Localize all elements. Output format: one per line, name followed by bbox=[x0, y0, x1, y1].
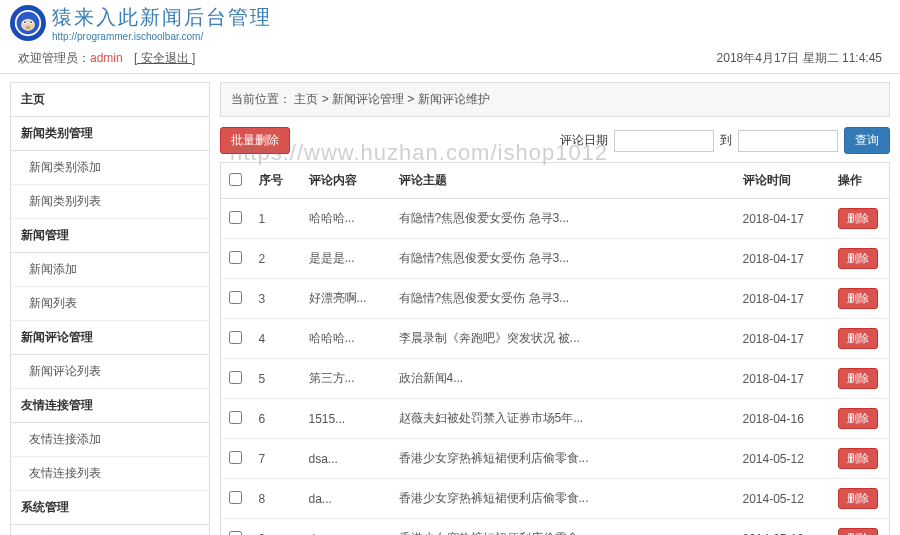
th-op: 操作 bbox=[830, 163, 890, 199]
cell-topic: 有隐情?焦恩俊爱女受伤 急寻3... bbox=[391, 199, 735, 239]
delete-button[interactable]: 删除 bbox=[838, 328, 878, 349]
delete-button[interactable]: 删除 bbox=[838, 528, 878, 535]
cell-seq: 3 bbox=[251, 279, 301, 319]
cell-time: 2014-05-12 bbox=[735, 519, 830, 536]
row-checkbox[interactable] bbox=[229, 491, 242, 504]
cell-time: 2014-05-12 bbox=[735, 439, 830, 479]
site-url: http://programmer.ischoolbar.com/ bbox=[52, 31, 272, 42]
sidebar-group-title[interactable]: 新闻类别管理 bbox=[11, 117, 209, 151]
sidebar-item[interactable]: 友情连接添加 bbox=[11, 423, 209, 457]
cell-content: 哈哈哈... bbox=[301, 319, 391, 359]
logout-link[interactable]: [ 安全退出 ] bbox=[134, 51, 195, 65]
sidebar-item[interactable]: 新闻列表 bbox=[11, 287, 209, 321]
sidebar-item[interactable]: 友情连接列表 bbox=[11, 457, 209, 491]
th-seq: 序号 bbox=[251, 163, 301, 199]
cell-time: 2018-04-17 bbox=[735, 319, 830, 359]
content: 当前位置： 主页 > 新闻评论管理 > 新闻评论维护 批量删除 评论日期 到 查… bbox=[220, 82, 890, 535]
table-row: 8da...香港少女穿热裤短裙便利店偷零食...2014-05-12删除 bbox=[221, 479, 890, 519]
header: 猿来入此新闻后台管理 http://programmer.ischoolbar.… bbox=[0, 0, 900, 46]
cell-seq: 2 bbox=[251, 239, 301, 279]
breadcrumb-link[interactable]: 主页 bbox=[294, 92, 318, 106]
svg-point-7 bbox=[25, 26, 30, 30]
sidebar-group-title[interactable]: 新闻管理 bbox=[11, 219, 209, 253]
delete-button[interactable]: 删除 bbox=[838, 488, 878, 509]
cell-content: da... bbox=[301, 479, 391, 519]
cell-content: 是是是... bbox=[301, 239, 391, 279]
table-row: 2是是是...有隐情?焦恩俊爱女受伤 急寻3...2018-04-17删除 bbox=[221, 239, 890, 279]
cell-time: 2018-04-17 bbox=[735, 279, 830, 319]
row-checkbox[interactable] bbox=[229, 531, 242, 536]
date-to-label: 到 bbox=[720, 132, 732, 149]
row-checkbox[interactable] bbox=[229, 451, 242, 464]
cell-topic: 香港少女穿热裤短裙便利店偷零食... bbox=[391, 439, 735, 479]
sidebar-group-title[interactable]: 主页 bbox=[11, 83, 209, 117]
row-checkbox[interactable] bbox=[229, 371, 242, 384]
cell-topic: 有隐情?焦恩俊爱女受伤 急寻3... bbox=[391, 279, 735, 319]
table-row: 1哈哈哈...有隐情?焦恩俊爱女受伤 急寻3...2018-04-17删除 bbox=[221, 199, 890, 239]
cell-time: 2018-04-16 bbox=[735, 399, 830, 439]
row-checkbox[interactable] bbox=[229, 331, 242, 344]
sidebar-item[interactable]: 新闻类别列表 bbox=[11, 185, 209, 219]
svg-point-5 bbox=[24, 21, 26, 23]
cell-topic: 香港少女穿热裤短裙便利店偷零食... bbox=[391, 479, 735, 519]
search-button[interactable]: 查询 bbox=[844, 127, 890, 154]
cell-time: 2018-04-17 bbox=[735, 199, 830, 239]
cell-time: 2018-04-17 bbox=[735, 239, 830, 279]
date-label: 评论日期 bbox=[560, 132, 608, 149]
sidebar-item[interactable]: 新闻添加 bbox=[11, 253, 209, 287]
date-to-input[interactable] bbox=[738, 130, 838, 152]
delete-button[interactable]: 删除 bbox=[838, 368, 878, 389]
sidebar-item[interactable]: 新闻评论列表 bbox=[11, 355, 209, 389]
cell-seq: 5 bbox=[251, 359, 301, 399]
delete-button[interactable]: 删除 bbox=[838, 288, 878, 309]
row-checkbox[interactable] bbox=[229, 411, 242, 424]
row-checkbox[interactable] bbox=[229, 211, 242, 224]
sidebar-group-title[interactable]: 新闻评论管理 bbox=[11, 321, 209, 355]
cell-content: das... bbox=[301, 519, 391, 536]
select-all-checkbox[interactable] bbox=[229, 173, 242, 186]
delete-button[interactable]: 删除 bbox=[838, 448, 878, 469]
cell-content: 第三方... bbox=[301, 359, 391, 399]
sidebar-item[interactable]: 新闻类别添加 bbox=[11, 151, 209, 185]
cell-content: 1515... bbox=[301, 399, 391, 439]
sidebar-group-title[interactable]: 系统管理 bbox=[11, 491, 209, 525]
delete-button[interactable]: 删除 bbox=[838, 208, 878, 229]
cell-topic: 政治新闻4... bbox=[391, 359, 735, 399]
admin-name: admin bbox=[90, 51, 123, 65]
th-time: 评论时间 bbox=[735, 163, 830, 199]
row-checkbox[interactable] bbox=[229, 251, 242, 264]
delete-button[interactable]: 删除 bbox=[838, 248, 878, 269]
delete-button[interactable]: 删除 bbox=[838, 408, 878, 429]
breadcrumb-link[interactable]: 新闻评论管理 bbox=[332, 92, 404, 106]
cell-seq: 4 bbox=[251, 319, 301, 359]
cell-time: 2018-04-17 bbox=[735, 359, 830, 399]
site-title: 猿来入此新闻后台管理 bbox=[52, 4, 272, 31]
cell-seq: 1 bbox=[251, 199, 301, 239]
toolbar: 批量删除 评论日期 到 查询 bbox=[220, 127, 890, 154]
date-from-input[interactable] bbox=[614, 130, 714, 152]
cell-content: dsa... bbox=[301, 439, 391, 479]
cell-topic: 赵薇夫妇被处罚禁入证券市场5年... bbox=[391, 399, 735, 439]
logo-icon bbox=[10, 5, 46, 41]
breadcrumb-link[interactable]: 新闻评论维护 bbox=[418, 92, 490, 106]
welcome-text: 欢迎管理员：admin [ 安全退出 ] bbox=[18, 50, 195, 67]
th-topic: 评论主题 bbox=[391, 163, 735, 199]
comments-table: 序号 评论内容 评论主题 评论时间 操作 1哈哈哈...有隐情?焦恩俊爱女受伤 … bbox=[220, 162, 890, 535]
sidebar: 主页新闻类别管理新闻类别添加新闻类别列表新闻管理新闻添加新闻列表新闻评论管理新闻… bbox=[10, 82, 210, 535]
cell-topic: 李晨录制《奔跑吧》突发状况 被... bbox=[391, 319, 735, 359]
sidebar-item[interactable]: 刷新服务器缓存 bbox=[11, 525, 209, 535]
cell-time: 2014-05-12 bbox=[735, 479, 830, 519]
batch-delete-button[interactable]: 批量删除 bbox=[220, 127, 290, 154]
cell-seq: 6 bbox=[251, 399, 301, 439]
cell-seq: 8 bbox=[251, 479, 301, 519]
th-content: 评论内容 bbox=[301, 163, 391, 199]
datetime: 2018年4月17日 星期二 11:4:45 bbox=[717, 50, 882, 67]
cell-topic: 有隐情?焦恩俊爱女受伤 急寻3... bbox=[391, 239, 735, 279]
row-checkbox[interactable] bbox=[229, 291, 242, 304]
cell-content: 哈哈哈... bbox=[301, 199, 391, 239]
sidebar-group-title[interactable]: 友情连接管理 bbox=[11, 389, 209, 423]
table-row: 4哈哈哈...李晨录制《奔跑吧》突发状况 被...2018-04-17删除 bbox=[221, 319, 890, 359]
cell-seq: 9 bbox=[251, 519, 301, 536]
cell-topic: 香港少女穿热裤短裙便利店偷零食... bbox=[391, 519, 735, 536]
topbar: 欢迎管理员：admin [ 安全退出 ] 2018年4月17日 星期二 11:4… bbox=[0, 46, 900, 74]
